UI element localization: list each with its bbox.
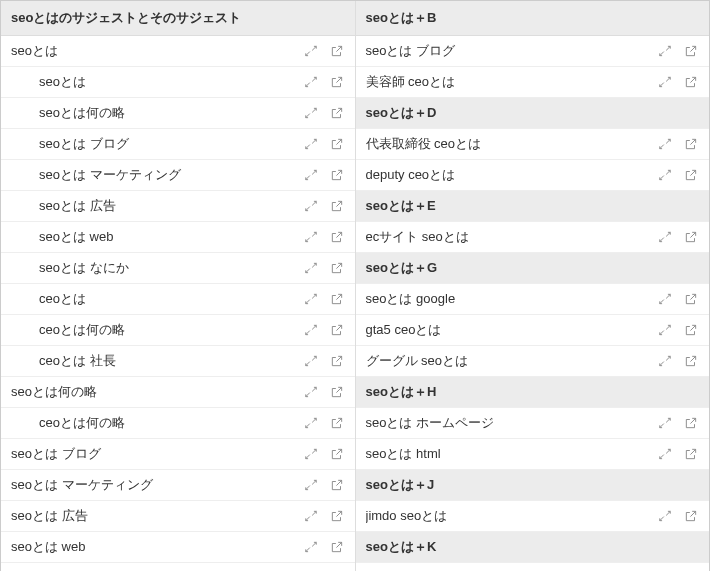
list-item[interactable]: seoとは ブログ bbox=[1, 129, 355, 160]
external-link-icon[interactable] bbox=[329, 415, 345, 431]
item-actions bbox=[657, 446, 699, 462]
list-item[interactable]: seoとは ブログ bbox=[356, 36, 710, 67]
item-actions bbox=[657, 43, 699, 59]
retweet-icon[interactable] bbox=[303, 291, 319, 307]
retweet-icon[interactable] bbox=[303, 446, 319, 462]
external-link-icon[interactable] bbox=[329, 291, 345, 307]
external-link-icon[interactable] bbox=[329, 322, 345, 338]
item-actions bbox=[303, 198, 345, 214]
retweet-icon[interactable] bbox=[657, 446, 673, 462]
external-link-icon[interactable] bbox=[329, 446, 345, 462]
external-link-icon[interactable] bbox=[329, 477, 345, 493]
retweet-icon[interactable] bbox=[657, 508, 673, 524]
external-link-icon[interactable] bbox=[329, 384, 345, 400]
retweet-icon[interactable] bbox=[657, 136, 673, 152]
retweet-icon[interactable] bbox=[657, 415, 673, 431]
external-link-icon[interactable] bbox=[683, 43, 699, 59]
external-link-icon[interactable] bbox=[683, 446, 699, 462]
retweet-icon[interactable] bbox=[303, 508, 319, 524]
item-label: seoとは ブログ bbox=[39, 135, 303, 153]
external-link-icon[interactable] bbox=[683, 291, 699, 307]
retweet-icon[interactable] bbox=[303, 477, 319, 493]
external-link-icon[interactable] bbox=[683, 508, 699, 524]
external-link-icon[interactable] bbox=[683, 74, 699, 90]
item-actions bbox=[303, 353, 345, 369]
list-item[interactable]: seoとは web bbox=[1, 532, 355, 563]
external-link-icon[interactable] bbox=[683, 322, 699, 338]
list-item[interactable]: seoとは 広告 bbox=[1, 501, 355, 532]
list-item[interactable]: seoとは ブログ bbox=[1, 439, 355, 470]
external-link-icon[interactable] bbox=[329, 229, 345, 245]
retweet-icon[interactable] bbox=[303, 105, 319, 121]
external-link-icon[interactable] bbox=[683, 415, 699, 431]
external-link-icon[interactable] bbox=[329, 260, 345, 276]
list-item[interactable]: seoとは何の略 bbox=[1, 377, 355, 408]
retweet-icon[interactable] bbox=[303, 43, 319, 59]
list-item[interactable]: seoとは bbox=[1, 67, 355, 98]
retweet-icon[interactable] bbox=[657, 229, 673, 245]
right-subheader: seoとは＋E bbox=[356, 191, 710, 222]
list-item[interactable]: 美容師 ceoとは bbox=[356, 67, 710, 98]
main-wrapper: seoとはのサジェストとそのサジェスト seoとはseoとはseoとは何の略se… bbox=[1, 1, 709, 571]
list-item[interactable]: seoとは マーケティング bbox=[1, 160, 355, 191]
list-item[interactable]: seoとは マーケティング bbox=[1, 470, 355, 501]
external-link-icon[interactable] bbox=[329, 136, 345, 152]
retweet-icon[interactable] bbox=[303, 167, 319, 183]
retweet-icon[interactable] bbox=[303, 539, 319, 555]
item-actions bbox=[657, 353, 699, 369]
item-actions bbox=[657, 291, 699, 307]
external-link-icon[interactable] bbox=[683, 353, 699, 369]
list-item[interactable]: seoとは web bbox=[1, 222, 355, 253]
list-item[interactable]: gta5 ceoとは bbox=[356, 315, 710, 346]
retweet-icon[interactable] bbox=[303, 229, 319, 245]
external-link-icon[interactable] bbox=[683, 229, 699, 245]
external-link-icon[interactable] bbox=[683, 167, 699, 183]
retweet-icon[interactable] bbox=[657, 353, 673, 369]
external-link-icon[interactable] bbox=[329, 198, 345, 214]
item-label: seoとは bbox=[11, 42, 303, 60]
retweet-icon[interactable] bbox=[657, 43, 673, 59]
list-item[interactable]: deputy ceoとは bbox=[356, 160, 710, 191]
retweet-icon[interactable] bbox=[657, 74, 673, 90]
list-item[interactable]: seoとは何の略 bbox=[1, 98, 355, 129]
retweet-icon[interactable] bbox=[303, 415, 319, 431]
list-item[interactable]: seoとは html bbox=[356, 439, 710, 470]
item-actions bbox=[303, 508, 345, 524]
retweet-icon[interactable] bbox=[303, 74, 319, 90]
retweet-icon[interactable] bbox=[303, 384, 319, 400]
list-item[interactable]: jimdo seoとは bbox=[356, 501, 710, 532]
item-actions bbox=[657, 229, 699, 245]
external-link-icon[interactable] bbox=[329, 508, 345, 524]
list-item[interactable]: seoとは bbox=[1, 36, 355, 67]
list-item[interactable]: ceoとは何の略 bbox=[1, 315, 355, 346]
subheader-label: seoとは＋K bbox=[366, 538, 700, 556]
list-item[interactable]: seoとは ホームページ bbox=[356, 408, 710, 439]
list-item[interactable]: ceoとは 社長 bbox=[1, 346, 355, 377]
retweet-icon[interactable] bbox=[657, 167, 673, 183]
retweet-icon[interactable] bbox=[303, 353, 319, 369]
list-item[interactable]: 代表取締役 ceoとは bbox=[356, 129, 710, 160]
retweet-icon[interactable] bbox=[303, 322, 319, 338]
retweet-icon[interactable] bbox=[657, 322, 673, 338]
retweet-icon[interactable] bbox=[303, 198, 319, 214]
external-link-icon[interactable] bbox=[329, 105, 345, 121]
list-item[interactable]: seoとは 広告 bbox=[1, 191, 355, 222]
external-link-icon[interactable] bbox=[329, 43, 345, 59]
list-item[interactable]: ceoとは bbox=[1, 284, 355, 315]
external-link-icon[interactable] bbox=[329, 74, 345, 90]
list-item[interactable]: webライター seoとは bbox=[1, 563, 355, 571]
retweet-icon[interactable] bbox=[303, 260, 319, 276]
retweet-icon[interactable] bbox=[657, 291, 673, 307]
list-item[interactable]: seoとは 簡単に bbox=[356, 563, 710, 571]
list-item[interactable]: ecサイト seoとは bbox=[356, 222, 710, 253]
external-link-icon[interactable] bbox=[329, 539, 345, 555]
external-link-icon[interactable] bbox=[329, 167, 345, 183]
list-item[interactable]: seoとは なにか bbox=[1, 253, 355, 284]
list-item[interactable]: ceoとは何の略 bbox=[1, 408, 355, 439]
external-link-icon[interactable] bbox=[683, 136, 699, 152]
item-actions bbox=[303, 167, 345, 183]
retweet-icon[interactable] bbox=[303, 136, 319, 152]
list-item[interactable]: グーグル seoとは bbox=[356, 346, 710, 377]
list-item[interactable]: seoとは google bbox=[356, 284, 710, 315]
external-link-icon[interactable] bbox=[329, 353, 345, 369]
